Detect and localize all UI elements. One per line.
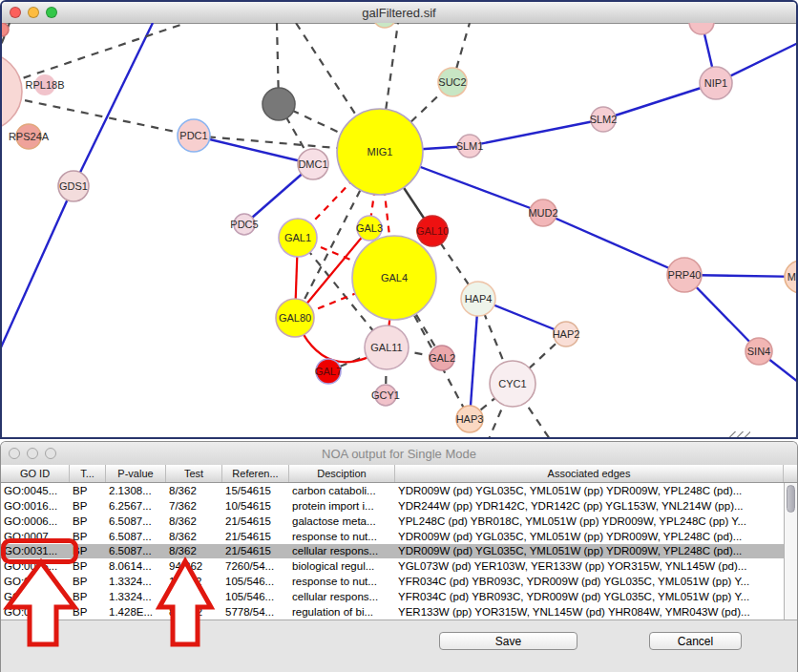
node-label-SLM2: SLM2 [590,114,618,125]
close-button[interactable] [10,7,21,18]
cell-edges: YFR034C (pd) YBR093C, YDR009W (pd) YGL03… [395,591,784,602]
cell-ref: 105/546... [222,591,289,602]
table-row[interactable]: GO:0031...BP1.3324...11/362105/546...cel… [1,589,784,604]
cell-ref: 7260/54... [222,560,289,572]
cell-test: 11/362 [166,591,222,602]
column-header-ref[interactable]: Referen... [222,465,289,482]
cell-edges: YGL073W (pd) YER103W, YER133W (pp) YOR31… [395,560,784,572]
cell-test: 80/362 [166,606,222,618]
window-title: galFiltered.sif [362,6,435,20]
cell-goid: GO:0031... [1,576,70,587]
table-row[interactable]: GO:0045...BP2.1308...8/36215/54615carbon… [1,483,784,498]
cell-desc: cellular respons... [289,545,395,556]
node-label-CYC1: CYC1 [498,378,526,389]
cell-desc: response to nut... [289,531,395,542]
table-row[interactable]: GO:0031...BP1.3324...11/362105/546...res… [1,574,784,589]
node-label-RPS24A: RPS24A [9,131,50,142]
cell-pvalue: 8.0614... [106,560,166,572]
cell-test: 94/362 [166,560,222,572]
node-label-GAL7: GAL7 [315,366,342,377]
cell-edges: YDR009W (pd) YGL035C, YML051W (pp) YDR00… [395,545,784,556]
cell-test: 8/362 [166,545,222,556]
window-title: NOA output for Single Mode [322,447,476,461]
cell-ref: 21/54615 [222,545,289,556]
node-label-RPL18B: RPL18B [26,79,65,91]
node-label-HAP3: HAP3 [456,413,484,425]
column-header-test[interactable]: Test [166,465,222,482]
column-header-desc[interactable]: Desciption [289,465,395,482]
results-table: GO:0045...BP2.1308...8/36215/54615carbon… [1,483,784,620]
cell-test: 8/362 [166,531,222,542]
cell-goid: GO:0007... [1,531,70,542]
column-header-edges[interactable]: Associated edges [395,465,784,482]
table-row[interactable]: GO:0006...BP6.5087...8/36221/54615galact… [1,514,784,529]
cell-pvalue: 6.5087... [106,545,166,556]
network-window-titlebar[interactable]: galFiltered.sif [2,2,796,24]
table-header: GO IDT...P-valueTestReferen...Desciption… [1,465,798,483]
cell-ref: 15/54615 [222,485,289,496]
cell-ref: 5778/54... [222,606,289,618]
cell-test: 7/362 [166,500,222,512]
cell-edges: YER133W (pp) YOR315W, YNL145W (pd) YHR08… [395,606,784,618]
noa-output-window: NOA output for Single Mode GO IDT...P-va… [0,441,798,672]
table-row[interactable]: GO:0065...BP8.0614...94/3627260/54...bio… [1,558,784,574]
cell-type: BP [70,576,106,587]
cell-edges: YDR244W (pp) YDR142C, YDR142C (pp) YGL15… [395,500,784,512]
cell-type: BP [70,606,106,618]
cell-test: 11/362 [166,576,222,587]
edge-pp [470,299,478,419]
cell-edges: YFR034C (pd) YBR093C, YDR009W (pd) YGL03… [395,576,784,587]
zoom-button[interactable] [46,7,57,18]
resize-grip-icon[interactable] [729,431,750,439]
node-label-GAL11: GAL11 [370,342,402,353]
cell-edges: YDR009W (pd) YGL035C, YML051W (pp) YDR00… [395,531,784,542]
node-topGreen[interactable] [373,23,396,28]
cell-goid: GO:0031... [1,591,70,602]
cell-goid: GO:0006... [1,515,70,527]
network-canvas[interactable]: RPL18BRPS24AGDS1PDC1DMC1MIG1SUC2SLM1SLM2… [2,23,796,437]
node-label-MUD2: MUD2 [528,207,557,219]
cell-pvalue: 1.3324... [106,576,166,587]
table-row[interactable]: GO:0050...BP1.428E...80/3625778/54...reg… [1,604,784,620]
cancel-button[interactable]: Cancel [649,632,742,650]
node-label-PRP40: PRP40 [668,269,702,281]
cell-type: BP [70,560,106,572]
close-button[interactable] [9,448,20,459]
node-cornerTL[interactable] [2,23,9,36]
minimize-button[interactable] [27,448,38,459]
cell-goid: GO:0065... [1,560,70,572]
node-label-GAL3: GAL3 [356,222,383,234]
cell-desc: response to nut... [289,576,395,587]
node-graynode[interactable] [262,88,295,120]
node-label-SUC2: SUC2 [438,76,466,88]
edge-pp [74,23,153,186]
node-label-DMC1: DMC1 [298,158,327,170]
table-bottom-border [1,620,798,620]
noa-window-titlebar[interactable]: NOA output for Single Mode [1,442,797,466]
column-header-goid[interactable]: GO ID [1,465,70,482]
node-label-PDC1: PDC1 [179,130,207,141]
cell-ref: 105/546... [222,576,289,587]
node-bigleft[interactable] [2,52,22,131]
edge-pp [543,213,684,275]
scrollbar-thumb[interactable] [787,485,795,513]
column-header-pvalue[interactable]: P-value [106,465,166,482]
vertical-scrollbar[interactable] [784,483,798,620]
table-row[interactable]: GO:0031...BP6.5087...8/36221/54615cellul… [1,544,784,559]
save-button[interactable]: Save [439,632,578,650]
zoom-button[interactable] [45,448,56,459]
table-row[interactable]: GO:0016...BP6.2567...7/36210/54615protei… [1,498,784,514]
node-topright[interactable] [689,23,714,34]
cell-desc: protein import i... [289,500,395,512]
cell-desc: biological regul... [289,560,395,572]
table-row[interactable]: GO:0007...BP6.5087...8/36221/54615respon… [1,529,784,544]
cell-goid: GO:0050... [1,606,70,618]
cell-pvalue: 6.5087... [106,531,166,542]
node-label-MSL1: MSL1 [788,271,796,283]
minimize-button[interactable] [28,7,39,18]
cell-type: BP [70,591,106,602]
column-header-type[interactable]: T... [70,465,106,482]
cell-edges: YDR009W (pd) YGL035C, YML051W (pp) YDR00… [395,485,784,496]
cell-test: 8/362 [166,515,222,527]
cell-goid: GO:0016... [1,500,70,512]
